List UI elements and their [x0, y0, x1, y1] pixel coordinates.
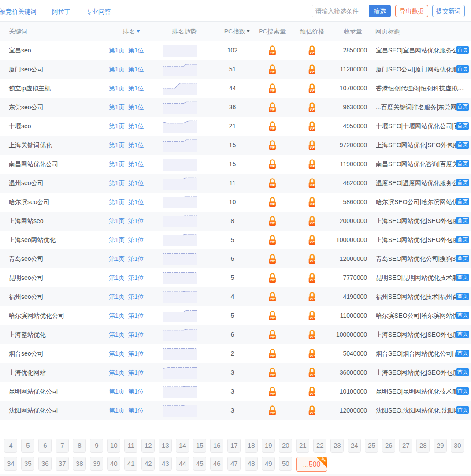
svg-text:VIP: VIP	[310, 316, 315, 319]
svg-text:VIP: VIP	[310, 89, 315, 92]
svg-text:VIP: VIP	[270, 164, 275, 167]
svg-text:VIP: VIP	[310, 259, 315, 262]
svg-text:VIP: VIP	[270, 183, 275, 186]
svg-text:VIP: VIP	[270, 221, 275, 224]
svg-text:VIP: VIP	[310, 164, 315, 167]
svg-text:VIP: VIP	[310, 221, 315, 224]
svg-text:VIP: VIP	[270, 354, 275, 357]
svg-text:VIP: VIP	[310, 392, 315, 395]
svg-text:VIP: VIP	[310, 202, 315, 205]
svg-text:VIP: VIP	[310, 126, 315, 130]
svg-text:VIP: VIP	[270, 411, 275, 414]
svg-text:VIP: VIP	[310, 51, 315, 54]
svg-text:VIP: VIP	[270, 126, 275, 130]
svg-text:VIP: VIP	[270, 392, 275, 395]
svg-text:VIP: VIP	[310, 411, 315, 414]
svg-text:VIP: VIP	[310, 297, 315, 300]
svg-text:VIP: VIP	[310, 373, 315, 376]
svg-text:VIP: VIP	[270, 51, 275, 54]
svg-text:VIP: VIP	[270, 240, 275, 243]
svg-text:VIP: VIP	[270, 108, 275, 111]
svg-text:VIP: VIP	[270, 89, 275, 92]
svg-text:VIP: VIP	[310, 240, 315, 243]
svg-text:VIP: VIP	[270, 373, 275, 376]
svg-text:VIP: VIP	[270, 297, 275, 300]
svg-text:VIP: VIP	[270, 202, 275, 205]
svg-text:VIP: VIP	[270, 335, 275, 338]
svg-text:VIP: VIP	[270, 316, 275, 319]
svg-text:VIP: VIP	[310, 278, 315, 281]
svg-text:VIP: VIP	[310, 354, 315, 357]
svg-text:VIP: VIP	[270, 70, 275, 73]
svg-text:VIP: VIP	[310, 335, 315, 338]
svg-text:VIP: VIP	[310, 183, 315, 186]
svg-text:VIP: VIP	[270, 145, 275, 149]
svg-text:VIP: VIP	[270, 259, 275, 262]
svg-text:VIP: VIP	[270, 278, 275, 281]
svg-text:VIP: VIP	[310, 70, 315, 73]
svg-text:VIP: VIP	[310, 108, 315, 111]
svg-text:VIP: VIP	[310, 145, 315, 149]
